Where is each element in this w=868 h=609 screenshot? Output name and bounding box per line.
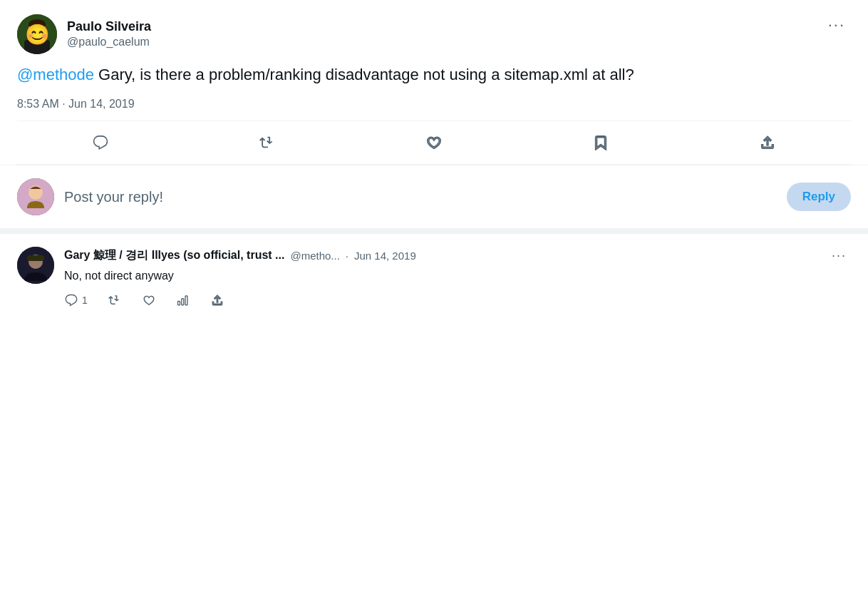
reply-retweet-button[interactable] [108,293,122,307]
user-info: Paulo Silveira @paulo_caelum [67,19,151,50]
reply-tweet-header: Gary 鯨理 / 경리 Illyes (so official, trust … [64,247,851,265]
like-button[interactable] [417,128,451,157]
reply-separator: · [346,250,348,262]
reply-tweet: Gary 鯨理 / 경리 Illyes (so official, trust … [0,234,868,320]
comment-button[interactable] [83,128,118,157]
svg-rect-1 [24,40,50,54]
tweet-body: Gary, is there a problem/ranking disadva… [94,66,634,83]
tweet-text: @methode Gary, is there a problem/rankin… [17,63,851,86]
reply-placeholder-text[interactable]: Post your reply! [64,189,777,205]
like-icon [425,134,443,151]
svg-point-4 [31,34,43,40]
reply-analytics-button[interactable] [176,293,190,307]
reply-comment-button[interactable]: 1 [64,293,88,307]
bookmark-button[interactable] [584,128,618,157]
tweet-actions-bar [17,121,851,165]
reply-tweet-text: No, not direct anyway [64,267,851,285]
share-icon [759,134,776,151]
reply-comment-count: 1 [82,295,88,306]
svg-rect-12 [185,296,187,305]
svg-rect-10 [177,302,180,305]
reply-tweet-content: Gary 鯨理 / 경리 Illyes (so official, trust … [64,247,851,307]
share-button[interactable] [750,128,785,157]
svg-rect-9 [27,255,44,261]
reply-comment-icon [64,293,78,307]
tweet-timestamp: 8:53 AM · Jun 14, 2019 [17,98,851,111]
reply-like-icon [142,293,156,307]
reply-author-avatar[interactable] [17,247,54,284]
svg-point-3 [29,19,46,29]
reply-author-name: Gary 鯨理 / 경리 Illyes (so official, trust … [64,248,284,263]
more-options-button[interactable]: ··· [822,14,851,36]
reply-author-username: @metho... [290,250,339,262]
reply-tweet-actions: 1 [64,293,851,307]
reply-share-icon [210,293,224,307]
reply-analytics-icon [176,293,190,307]
bookmark-icon [592,134,609,151]
reply-author-avatar-container [17,247,54,307]
comment-icon [92,134,109,151]
reply-more-options-button[interactable]: ··· [827,247,851,265]
reply-input-area: Post your reply! Reply [0,165,868,234]
reply-like-button[interactable] [142,293,156,307]
author-avatar[interactable] [17,14,57,54]
reply-retweet-icon [108,293,122,307]
reply-button[interactable]: Reply [787,183,851,211]
tweet-mention[interactable]: @methode [17,66,94,83]
reply-timestamp: Jun 14, 2019 [354,250,416,262]
retweet-icon [259,134,276,151]
author-username: @paulo_caelum [67,35,151,50]
tweet-header: Paulo Silveira @paulo_caelum ··· [17,14,851,54]
author-display-name: Paulo Silveira [67,19,151,35]
tweet-author-info: Paulo Silveira @paulo_caelum [17,14,151,54]
current-user-avatar [17,178,54,215]
main-tweet: Paulo Silveira @paulo_caelum ··· @method… [0,0,868,165]
svg-point-2 [28,22,46,41]
reply-share-button[interactable] [210,293,224,307]
svg-rect-11 [182,299,184,305]
retweet-button[interactable] [250,128,284,157]
